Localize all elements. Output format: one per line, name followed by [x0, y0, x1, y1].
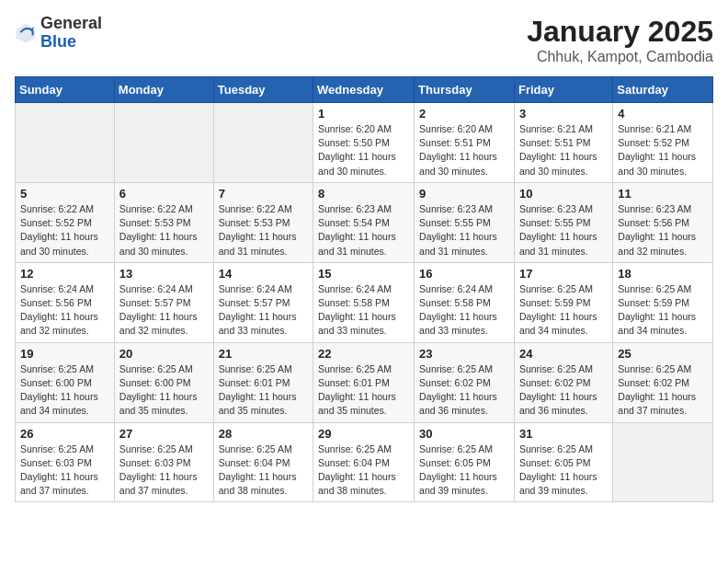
calendar-cell: 22Sunrise: 6:25 AMSunset: 6:01 PMDayligh…: [313, 342, 415, 422]
calendar-cell: 25Sunrise: 6:25 AMSunset: 6:02 PMDayligh…: [613, 342, 713, 422]
day-info: Sunrise: 6:25 AMSunset: 6:02 PMDaylight:…: [419, 362, 509, 419]
day-number: 8: [318, 187, 409, 201]
calendar-week-4: 19Sunrise: 6:25 AMSunset: 6:00 PMDayligh…: [16, 342, 713, 422]
day-info: Sunrise: 6:23 AMSunset: 5:54 PMDaylight:…: [318, 202, 409, 259]
calendar-cell: 14Sunrise: 6:24 AMSunset: 5:57 PMDayligh…: [213, 262, 313, 342]
calendar-cell: 31Sunrise: 6:25 AMSunset: 6:05 PMDayligh…: [514, 422, 612, 502]
calendar-cell: 6Sunrise: 6:22 AMSunset: 5:53 PMDaylight…: [114, 182, 213, 262]
calendar-cell: 1Sunrise: 6:20 AMSunset: 5:50 PMDaylight…: [313, 103, 415, 183]
day-info: Sunrise: 6:25 AMSunset: 6:00 PMDaylight:…: [20, 362, 109, 419]
calendar-week-2: 5Sunrise: 6:22 AMSunset: 5:52 PMDaylight…: [16, 182, 713, 262]
day-info: Sunrise: 6:25 AMSunset: 6:03 PMDaylight:…: [119, 442, 209, 499]
calendar-cell: 5Sunrise: 6:22 AMSunset: 5:52 PMDaylight…: [16, 182, 115, 262]
day-number: 14: [219, 267, 308, 281]
calendar-week-3: 12Sunrise: 6:24 AMSunset: 5:56 PMDayligh…: [16, 262, 713, 342]
calendar-body: 1Sunrise: 6:20 AMSunset: 5:50 PMDaylight…: [16, 103, 713, 502]
day-info: Sunrise: 6:25 AMSunset: 5:59 PMDaylight:…: [519, 282, 608, 339]
day-number: 20: [119, 347, 209, 361]
calendar-cell: 8Sunrise: 6:23 AMSunset: 5:54 PMDaylight…: [313, 182, 415, 262]
day-info: Sunrise: 6:23 AMSunset: 5:55 PMDaylight:…: [419, 202, 509, 259]
calendar-cell: 13Sunrise: 6:24 AMSunset: 5:57 PMDayligh…: [114, 262, 213, 342]
day-number: 10: [519, 187, 608, 201]
calendar-cell: 9Sunrise: 6:23 AMSunset: 5:55 PMDaylight…: [415, 182, 515, 262]
calendar-week-5: 26Sunrise: 6:25 AMSunset: 6:03 PMDayligh…: [16, 422, 713, 502]
day-info: Sunrise: 6:20 AMSunset: 5:50 PMDaylight:…: [318, 122, 409, 178]
calendar-cell: [114, 103, 213, 183]
logo-text: General Blue: [40, 15, 102, 52]
day-number: 11: [618, 187, 708, 201]
calendar-cell: 23Sunrise: 6:25 AMSunset: 6:02 PMDayligh…: [415, 342, 515, 422]
day-info: Sunrise: 6:25 AMSunset: 6:02 PMDaylight:…: [618, 362, 708, 419]
day-number: 2: [419, 107, 509, 121]
logo: General Blue: [15, 15, 102, 52]
calendar-cell: 10Sunrise: 6:23 AMSunset: 5:55 PMDayligh…: [514, 182, 612, 262]
day-info: Sunrise: 6:23 AMSunset: 5:55 PMDaylight:…: [519, 202, 608, 259]
day-info: Sunrise: 6:25 AMSunset: 6:04 PMDaylight:…: [219, 442, 308, 499]
calendar-cell: 24Sunrise: 6:25 AMSunset: 6:02 PMDayligh…: [514, 342, 612, 422]
calendar-cell: 2Sunrise: 6:20 AMSunset: 5:51 PMDaylight…: [415, 103, 515, 183]
calendar-cell: 27Sunrise: 6:25 AMSunset: 6:03 PMDayligh…: [114, 422, 213, 502]
header-day-wednesday: Wednesday: [313, 77, 415, 103]
calendar-cell: 11Sunrise: 6:23 AMSunset: 5:56 PMDayligh…: [613, 182, 713, 262]
day-number: 13: [119, 267, 209, 281]
calendar-subtitle: Chhuk, Kampot, Cambodia: [527, 49, 713, 65]
day-info: Sunrise: 6:22 AMSunset: 5:52 PMDaylight:…: [20, 202, 109, 259]
day-number: 22: [318, 347, 409, 361]
calendar-cell: 7Sunrise: 6:22 AMSunset: 5:53 PMDaylight…: [213, 182, 313, 262]
day-number: 29: [318, 427, 409, 441]
day-number: 25: [618, 347, 708, 361]
day-info: Sunrise: 6:25 AMSunset: 6:02 PMDaylight:…: [519, 362, 608, 419]
calendar-header: SundayMondayTuesdayWednesdayThursdayFrid…: [16, 77, 713, 103]
calendar-cell: 17Sunrise: 6:25 AMSunset: 5:59 PMDayligh…: [514, 262, 612, 342]
day-number: 9: [419, 187, 509, 201]
day-info: Sunrise: 6:23 AMSunset: 5:56 PMDaylight:…: [618, 202, 708, 259]
calendar-cell: 26Sunrise: 6:25 AMSunset: 6:03 PMDayligh…: [16, 422, 115, 502]
header-row: SundayMondayTuesdayWednesdayThursdayFrid…: [16, 77, 713, 103]
calendar-cell: 16Sunrise: 6:24 AMSunset: 5:58 PMDayligh…: [415, 262, 515, 342]
day-info: Sunrise: 6:25 AMSunset: 6:04 PMDaylight:…: [318, 442, 409, 499]
day-number: 28: [219, 427, 308, 441]
calendar-cell: 19Sunrise: 6:25 AMSunset: 6:00 PMDayligh…: [16, 342, 115, 422]
day-number: 27: [119, 427, 209, 441]
day-info: Sunrise: 6:25 AMSunset: 6:01 PMDaylight:…: [318, 362, 409, 419]
header-day-friday: Friday: [514, 77, 612, 103]
day-info: Sunrise: 6:25 AMSunset: 6:03 PMDaylight:…: [20, 442, 109, 499]
logo-icon: [15, 22, 37, 44]
day-number: 19: [20, 347, 109, 361]
header-day-saturday: Saturday: [613, 77, 713, 103]
day-info: Sunrise: 6:25 AMSunset: 5:59 PMDaylight:…: [618, 282, 708, 339]
day-info: Sunrise: 6:24 AMSunset: 5:57 PMDaylight:…: [119, 282, 209, 339]
day-number: 7: [219, 187, 308, 201]
calendar-cell: 12Sunrise: 6:24 AMSunset: 5:56 PMDayligh…: [16, 262, 115, 342]
day-number: 17: [519, 267, 608, 281]
header-day-monday: Monday: [114, 77, 213, 103]
day-info: Sunrise: 6:21 AMSunset: 5:51 PMDaylight:…: [519, 122, 608, 178]
calendar-cell: 18Sunrise: 6:25 AMSunset: 5:59 PMDayligh…: [613, 262, 713, 342]
day-info: Sunrise: 6:20 AMSunset: 5:51 PMDaylight:…: [419, 122, 509, 178]
title-block: January 2025 Chhuk, Kampot, Cambodia: [527, 15, 713, 65]
calendar-table: SundayMondayTuesdayWednesdayThursdayFrid…: [15, 76, 713, 502]
calendar-cell: 4Sunrise: 6:21 AMSunset: 5:52 PMDaylight…: [613, 103, 713, 183]
calendar-cell: 15Sunrise: 6:24 AMSunset: 5:58 PMDayligh…: [313, 262, 415, 342]
day-number: 15: [318, 267, 409, 281]
day-info: Sunrise: 6:25 AMSunset: 6:01 PMDaylight:…: [219, 362, 308, 419]
day-number: 24: [519, 347, 608, 361]
logo-blue-text: Blue: [40, 33, 102, 52]
calendar-cell: 20Sunrise: 6:25 AMSunset: 6:00 PMDayligh…: [114, 342, 213, 422]
calendar-title: January 2025: [527, 15, 713, 49]
calendar-cell: 3Sunrise: 6:21 AMSunset: 5:51 PMDaylight…: [514, 103, 612, 183]
day-number: 5: [20, 187, 109, 201]
day-number: 12: [20, 267, 109, 281]
calendar-cell: [213, 103, 313, 183]
day-number: 26: [20, 427, 109, 441]
calendar-cell: 30Sunrise: 6:25 AMSunset: 6:05 PMDayligh…: [415, 422, 515, 502]
calendar-cell: 28Sunrise: 6:25 AMSunset: 6:04 PMDayligh…: [213, 422, 313, 502]
page-header: General Blue January 2025 Chhuk, Kampot,…: [15, 15, 713, 65]
day-info: Sunrise: 6:25 AMSunset: 6:00 PMDaylight:…: [119, 362, 209, 419]
calendar-cell: 21Sunrise: 6:25 AMSunset: 6:01 PMDayligh…: [213, 342, 313, 422]
day-number: 31: [519, 427, 608, 441]
logo-general-text: General: [40, 15, 102, 33]
calendar-week-1: 1Sunrise: 6:20 AMSunset: 5:50 PMDaylight…: [16, 103, 713, 183]
day-number: 4: [618, 107, 708, 121]
day-info: Sunrise: 6:22 AMSunset: 5:53 PMDaylight:…: [119, 202, 209, 259]
